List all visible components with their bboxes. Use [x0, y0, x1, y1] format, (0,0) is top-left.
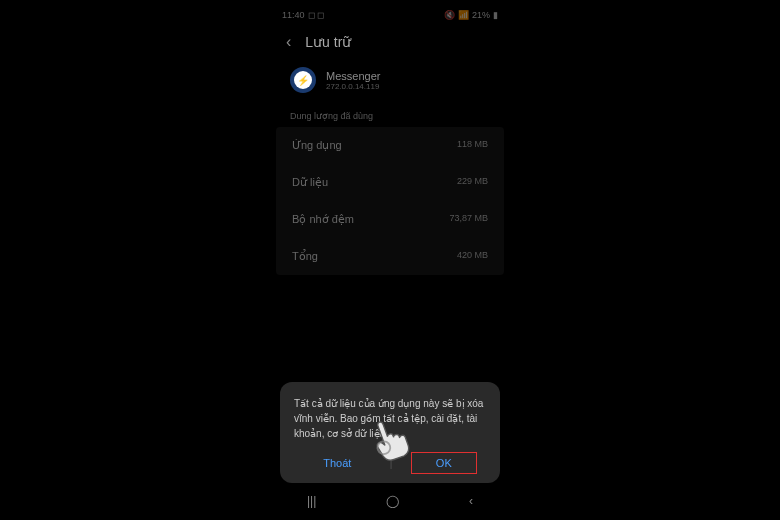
storage-value: 73,87 MB — [449, 213, 488, 226]
nav-bar: ||| ◯ ‹ — [272, 487, 508, 515]
storage-row-cache: Bộ nhớ đệm 73,87 MB — [276, 201, 504, 238]
signal-icon: 📶 — [458, 10, 469, 20]
app-name: Messenger — [326, 70, 380, 82]
storage-value: 229 MB — [457, 176, 488, 189]
mute-icon: 🔇 — [444, 10, 455, 20]
storage-row-data: Dữ liệu 229 MB — [276, 164, 504, 201]
storage-row-total: Tổng 420 MB — [276, 238, 504, 275]
messenger-icon: ⚡ — [290, 67, 316, 93]
back-icon[interactable]: ‹ — [286, 33, 291, 51]
storage-label: Tổng — [292, 250, 318, 263]
page-title: Lưu trữ — [305, 34, 351, 50]
storage-list: Ứng dụng 118 MB Dữ liệu 229 MB Bộ nhớ đệ… — [276, 127, 504, 275]
header: ‹ Lưu trữ — [272, 25, 508, 59]
storage-label: Bộ nhớ đệm — [292, 213, 354, 226]
section-label: Dung lượng đã dùng — [272, 105, 508, 127]
battery-icon: ▮ — [493, 10, 498, 20]
app-info: ⚡ Messenger 272.0.0.14.119 — [272, 59, 508, 105]
storage-label: Dữ liệu — [292, 176, 328, 189]
battery-text: 21% — [472, 10, 490, 20]
ok-button[interactable]: OK — [411, 452, 477, 474]
status-bar: 11:40 ◻ ◻ 🔇 📶 21% ▮ — [272, 5, 508, 25]
storage-value: 420 MB — [457, 250, 488, 263]
hand-pointer-icon — [365, 415, 411, 465]
app-version: 272.0.0.14.119 — [326, 82, 380, 91]
cancel-button[interactable]: Thoát — [303, 451, 371, 475]
status-time: 11:40 — [282, 10, 305, 20]
phone-screen: 11:40 ◻ ◻ 🔇 📶 21% ▮ ‹ Lưu trữ ⚡ Messenge… — [272, 5, 508, 515]
storage-label: Ứng dụng — [292, 139, 342, 152]
storage-row-app: Ứng dụng 118 MB — [276, 127, 504, 164]
status-notif-icon: ◻ ◻ — [308, 10, 325, 20]
storage-value: 118 MB — [457, 139, 488, 152]
recents-button[interactable]: ||| — [287, 494, 336, 508]
home-button[interactable]: ◯ — [366, 494, 419, 508]
back-button[interactable]: ‹ — [449, 494, 493, 508]
